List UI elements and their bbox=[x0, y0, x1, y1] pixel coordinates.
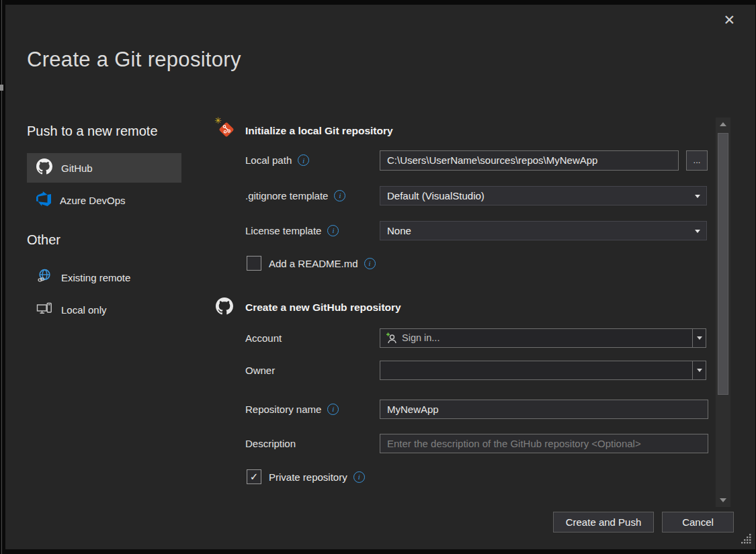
sidebar-item-label: Azure DevOps bbox=[60, 195, 126, 206]
info-icon[interactable]: i bbox=[327, 404, 339, 415]
push-remote-header: Push to a new remote bbox=[27, 124, 158, 139]
owner-row: Owner bbox=[245, 361, 707, 380]
account-value: Sign in... bbox=[402, 332, 439, 343]
license-label: License template bbox=[245, 225, 321, 236]
dialog-title: Create a Git repository bbox=[27, 48, 241, 72]
scroll-up-icon[interactable] bbox=[716, 119, 730, 130]
description-input[interactable] bbox=[380, 434, 708, 453]
scrollbar-thumb[interactable] bbox=[718, 133, 728, 395]
globe-link-icon bbox=[36, 268, 52, 287]
repo-name-label: Repository name bbox=[245, 404, 321, 415]
chevron-down-icon bbox=[695, 195, 700, 198]
window-edge-notch bbox=[0, 85, 3, 91]
readme-row: Add a README.md i bbox=[245, 255, 707, 271]
private-repo-checkbox[interactable]: ✓ bbox=[247, 469, 261, 484]
sidebar-item-existing-remote[interactable]: Existing remote bbox=[27, 263, 181, 291]
github-icon bbox=[216, 297, 233, 318]
description-row: Description bbox=[245, 434, 707, 453]
info-icon[interactable]: i bbox=[353, 471, 365, 483]
chevron-down-icon bbox=[695, 230, 700, 233]
readme-checkbox[interactable] bbox=[247, 256, 261, 271]
info-icon[interactable]: i bbox=[298, 154, 309, 166]
azure-devops-icon bbox=[36, 191, 51, 209]
sidebar-item-label: Local only bbox=[61, 304, 107, 316]
scrollbar[interactable] bbox=[716, 118, 730, 507]
git-init-icon: ✳ bbox=[215, 118, 238, 140]
private-repo-row: ✓ Private repository i bbox=[245, 469, 707, 485]
dropdown-arrow-segment[interactable] bbox=[692, 361, 706, 379]
dropdown-arrow-segment[interactable] bbox=[692, 329, 706, 347]
private-repo-label: Private repository bbox=[269, 471, 347, 483]
gitignore-row: .gitignore template i Default (VisualStu… bbox=[245, 185, 707, 205]
other-header: Other bbox=[27, 232, 60, 248]
sidebar-item-azure-devops[interactable]: Azure DevOps bbox=[27, 186, 181, 214]
sidebar-item-github[interactable]: GitHub bbox=[27, 153, 181, 183]
resize-grip[interactable] bbox=[741, 534, 752, 547]
gitignore-label: .gitignore template bbox=[245, 190, 328, 201]
license-row: License template i None bbox=[245, 220, 707, 240]
github-icon bbox=[36, 158, 52, 177]
create-and-push-button[interactable]: Create and Push bbox=[553, 512, 654, 533]
window-edge-line bbox=[1, 0, 2, 554]
init-section-header: Initialize a local Git repository bbox=[245, 125, 393, 137]
chevron-down-icon bbox=[697, 336, 702, 340]
account-combobox[interactable]: Sign in... bbox=[380, 328, 706, 348]
local-path-input[interactable] bbox=[380, 150, 679, 171]
sidebar-item-local-only[interactable]: Local only bbox=[27, 295, 181, 324]
computer-icon bbox=[36, 300, 52, 319]
scroll-down-icon[interactable] bbox=[716, 495, 730, 506]
local-path-label: Local path bbox=[245, 154, 292, 166]
gitignore-value: Default (VisualStudio) bbox=[387, 190, 485, 201]
description-label: Description bbox=[245, 438, 296, 449]
create-git-repo-dialog: ✕ Create a Git repository Push to a new … bbox=[5, 5, 755, 549]
owner-label: Owner bbox=[245, 365, 275, 376]
info-icon[interactable]: i bbox=[334, 190, 345, 201]
close-icon[interactable]: ✕ bbox=[723, 13, 735, 27]
info-icon[interactable]: i bbox=[364, 258, 376, 269]
license-dropdown[interactable]: None bbox=[380, 221, 707, 240]
repo-name-input[interactable] bbox=[380, 400, 708, 419]
cancel-button[interactable]: Cancel bbox=[662, 512, 734, 533]
account-label: Account bbox=[245, 332, 282, 344]
chevron-down-icon bbox=[697, 369, 702, 372]
license-value: None bbox=[387, 225, 411, 236]
repo-name-row: Repository name i bbox=[245, 399, 707, 419]
add-user-icon bbox=[385, 332, 398, 348]
sidebar-item-label: GitHub bbox=[61, 163, 93, 174]
info-icon[interactable]: i bbox=[327, 225, 339, 236]
browse-button[interactable]: ... bbox=[686, 150, 708, 171]
github-section-header: Create a new GitHub repository bbox=[245, 302, 401, 314]
local-path-row: Local path i ... bbox=[245, 150, 707, 171]
owner-combobox[interactable] bbox=[380, 361, 706, 380]
readme-label: Add a README.md bbox=[269, 258, 358, 269]
account-row: Account Sign in... bbox=[245, 328, 707, 348]
sidebar-item-label: Existing remote bbox=[61, 272, 130, 283]
gitignore-dropdown[interactable]: Default (VisualStudio) bbox=[380, 186, 707, 205]
